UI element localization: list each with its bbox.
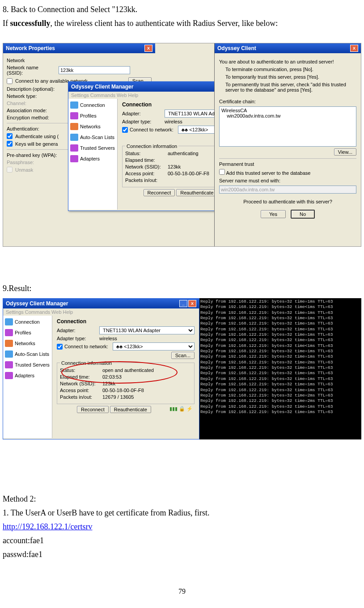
sidebar-item-connection[interactable]: Connection bbox=[4, 317, 51, 327]
auth-opt3: To permanently trust this server, check … bbox=[225, 82, 356, 93]
np-auth-using-check[interactable] bbox=[7, 133, 13, 139]
profiles-icon bbox=[5, 329, 13, 336]
reconnect-button[interactable]: Reconnect bbox=[77, 406, 109, 413]
side-auto-label: Auto-Scan Lists bbox=[15, 351, 49, 357]
server-name-input[interactable] bbox=[219, 186, 356, 194]
connection-icon bbox=[70, 101, 78, 109]
side-adapt-label: Adapters bbox=[80, 156, 100, 161]
add-trusted-check[interactable] bbox=[219, 169, 225, 175]
np-unmask-check bbox=[7, 167, 13, 173]
status-value: authenticating bbox=[168, 151, 199, 156]
method2-heading: Method 2: bbox=[3, 493, 361, 505]
trusted-icon bbox=[70, 144, 78, 152]
view-button[interactable]: View... bbox=[334, 148, 356, 156]
ocm-sidebar: Connection Profiles Networks Auto-Scan L… bbox=[68, 99, 118, 210]
profiles-icon bbox=[70, 112, 78, 119]
sidebar-item-connection[interactable]: Connection bbox=[69, 100, 116, 110]
np-title: Network Properties bbox=[6, 45, 55, 51]
side-conn-label: Connection bbox=[15, 319, 40, 325]
np-channel-label: Channel: bbox=[7, 101, 56, 106]
np-assoc-label: Association mode: bbox=[7, 108, 56, 113]
sidebar-item-adapters[interactable]: Adapters bbox=[4, 370, 51, 381]
np-connect-any-check[interactable] bbox=[7, 78, 13, 84]
np-keys-check[interactable] bbox=[7, 141, 13, 147]
ocm2-titlebar: Odyssey Client Manager _ X bbox=[3, 299, 199, 308]
auth-title: Odyssey Client bbox=[217, 45, 256, 51]
step8-line1: 8. Back to Connection and Select "123kk. bbox=[3, 4, 361, 16]
close-icon[interactable]: X bbox=[144, 45, 152, 52]
packets-value: 12679 / 13605 bbox=[102, 394, 134, 400]
connection-icon bbox=[5, 318, 13, 325]
sidebar-item-autoscan[interactable]: Auto-Scan Lists bbox=[69, 132, 116, 143]
step8-bold: successfully bbox=[10, 19, 51, 28]
sidebar-item-trusted[interactable]: Trusted Servers bbox=[4, 359, 51, 370]
np-passphrase-label: Passphrase: bbox=[7, 160, 34, 165]
screenshot-auth-dialogs: Network Properties X Network Network nam… bbox=[3, 43, 361, 247]
method2-step1: 1. The UserA or UserB have to get certif… bbox=[3, 507, 361, 519]
ap-value: 00-50-18-00-0F-F8 bbox=[168, 171, 209, 176]
networks-icon bbox=[70, 123, 78, 130]
networks-icon bbox=[5, 340, 13, 347]
sidebar-item-trusted[interactable]: Trusted Servers bbox=[69, 143, 116, 153]
ocm-title: Odyssey Client Manager bbox=[71, 84, 133, 90]
step9-label: 9.Result: bbox=[3, 283, 361, 295]
ocm-scan-button[interactable]: Scan... bbox=[171, 352, 195, 359]
signal-icon: ▮▮▮ 🔒 ⚡ bbox=[169, 406, 193, 412]
adapter-label: Adapter: bbox=[57, 328, 99, 333]
ssid-value: 123kk bbox=[168, 164, 181, 169]
reauth-button[interactable]: Reauthenticate bbox=[110, 406, 151, 413]
adapters-icon bbox=[5, 372, 13, 379]
np-unmask-label: Unmask bbox=[15, 167, 33, 173]
step8-prefix: If bbox=[3, 19, 10, 28]
np-titlebar: Network Properties X bbox=[3, 43, 155, 53]
side-net-label: Networks bbox=[80, 124, 101, 129]
auth-opt2: To temporarily trust this server, press … bbox=[225, 74, 356, 80]
close-icon[interactable]: X bbox=[188, 300, 196, 307]
network-select[interactable]: ♣♣ <123kk> bbox=[113, 342, 195, 350]
sidebar-item-profiles[interactable]: Profiles bbox=[4, 327, 51, 338]
elapsed-label: Elapsed time: bbox=[125, 157, 168, 163]
sidebar-item-autoscan[interactable]: Auto-Scan Lists bbox=[4, 349, 51, 359]
packets-label: Packets in/out: bbox=[125, 177, 168, 183]
ap-label: Access point: bbox=[60, 388, 102, 393]
passwd-line: passwd:fae1 bbox=[3, 549, 361, 561]
minimize-icon[interactable]: _ bbox=[179, 300, 187, 307]
np-encrypt-label: Encryption method: bbox=[7, 115, 56, 120]
np-ssid-input[interactable] bbox=[59, 66, 130, 74]
yes-button[interactable]: Yes bbox=[261, 210, 286, 218]
adapter-label: Adapter: bbox=[122, 111, 165, 116]
reauth-button[interactable]: Reauthenticate bbox=[176, 189, 217, 196]
sidebar-item-profiles[interactable]: Profiles bbox=[69, 110, 116, 121]
adapter-type-value: wireless bbox=[165, 119, 182, 124]
reconnect-button[interactable]: Reconnect bbox=[144, 189, 175, 196]
packets-label: Packets in/out: bbox=[60, 394, 102, 400]
ocm2-title: Odyssey Client Manager bbox=[6, 300, 68, 307]
ocm2-heading: Connection bbox=[57, 318, 195, 325]
connect-net-check[interactable] bbox=[57, 344, 63, 350]
ocm2-sidebar: Connection Profiles Networks Auto-Scan L… bbox=[3, 316, 52, 438]
proceed-text: Proceed to authenticate with this server… bbox=[219, 199, 356, 204]
connect-net-check[interactable] bbox=[122, 127, 128, 133]
autoscan-icon bbox=[5, 350, 13, 358]
cert-chain-box[interactable]: WirelessCA win2000adv.intra.com.tw bbox=[219, 106, 356, 147]
adapter-select[interactable]: TNET1130 WLAN Adapter bbox=[99, 326, 195, 334]
status-label: Status: bbox=[125, 151, 168, 156]
side-prof-label: Profiles bbox=[80, 113, 97, 118]
sidebar-item-networks[interactable]: Networks bbox=[4, 338, 51, 349]
close-icon[interactable]: X bbox=[350, 45, 358, 52]
side-conn-label: Connection bbox=[80, 102, 105, 108]
sidebar-item-adapters[interactable]: Adapters bbox=[69, 153, 116, 164]
account-line: account:fae1 bbox=[3, 535, 361, 547]
side-adapt-label: Adapters bbox=[15, 373, 34, 378]
no-button[interactable]: No bbox=[291, 210, 315, 219]
side-net-label: Networks bbox=[15, 341, 35, 346]
sidebar-item-networks[interactable]: Networks bbox=[69, 121, 116, 132]
red-highlight-circle bbox=[61, 361, 178, 384]
np-keys-label: Keys will be genera bbox=[15, 141, 58, 147]
trusted-icon bbox=[5, 361, 13, 368]
certsrv-link[interactable]: http://192.168.122.1/certsrv bbox=[3, 522, 92, 531]
connect-net-label: Connect to network: bbox=[64, 344, 108, 349]
side-trust-label: Trusted Servers bbox=[80, 145, 115, 151]
auth-intro: You are about to authenticate to an untr… bbox=[219, 59, 356, 64]
step8-suffix: , the wireless client has to authenticat… bbox=[51, 19, 278, 28]
